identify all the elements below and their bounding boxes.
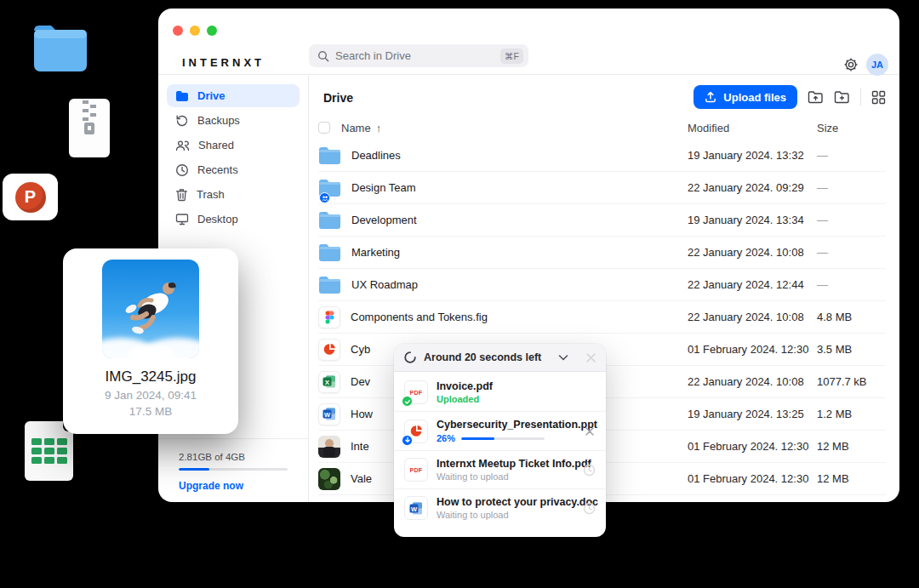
jumping-person-illustration [102, 260, 199, 358]
upgrade-link[interactable]: Upgrade now [179, 480, 288, 492]
file-size: 12 MB [817, 440, 886, 453]
sidebar-item-label: Drive [197, 89, 225, 102]
sidebar-item-label: Desktop [197, 213, 238, 225]
folder-icon [318, 273, 341, 296]
waiting-clock-icon [583, 502, 596, 515]
file-size: — [817, 246, 886, 259]
upload-item-cybersecurity[interactable]: Cybersecurity_Presentation.ppt 26% [394, 411, 606, 450]
sidebar-item-desktop[interactable]: Desktop [167, 208, 300, 231]
file-name: Design Team [351, 181, 416, 194]
powerpoint-file-icon[interactable]: P [3, 174, 58, 220]
word-file-icon: W [404, 496, 428, 520]
sidebar-item-label: Shared [198, 139, 234, 151]
page-title: Drive [323, 91, 353, 105]
chevron-down-icon[interactable] [557, 351, 570, 364]
column-header-size[interactable]: Size [817, 122, 886, 134]
preview-size: 17.5 MB [63, 405, 238, 418]
folder-plus-icon [834, 90, 850, 104]
table-row[interactable]: Components and Tokens.fig 22 January 202… [318, 301, 886, 334]
upload-time-remaining: Around 20 seconds left [424, 351, 549, 363]
search-icon [317, 50, 329, 62]
search-placeholder: Search in Drive [335, 49, 494, 62]
column-header-name[interactable]: Name ↑ [341, 122, 688, 134]
upload-file-name: Invoice.pdf [437, 380, 596, 392]
table-row[interactable]: Deadlines 19 January 2024. 13:32 — [318, 140, 886, 172]
svg-text:X: X [325, 379, 330, 386]
upload-item-meetup-ticket[interactable]: PDF Internxt Meetup Ticket Info.pdf Wait… [394, 450, 606, 488]
sidebar-item-recents[interactable]: Recents [167, 158, 300, 181]
sidebar-item-backups[interactable]: Backups [167, 109, 300, 132]
close-window-button[interactable] [173, 26, 183, 36]
minimize-window-button[interactable] [190, 26, 200, 36]
table-row[interactable]: Marketing 22 January 2024. 10:08 — [318, 237, 886, 269]
photo-thumbnail-person [318, 436, 340, 458]
file-modified: 22 January 2024. 09:29 [688, 181, 817, 194]
file-name: UX Roadmap [351, 278, 418, 291]
pdf-file-icon: PDF [404, 458, 428, 482]
powerpoint-logo-icon: P [15, 182, 46, 213]
sidebar-item-drive[interactable]: Drive [167, 84, 300, 107]
file-name: How [351, 408, 373, 420]
close-popup-icon[interactable] [585, 351, 597, 364]
desktop-monitor-icon [175, 213, 189, 225]
shared-badge-icon [319, 192, 330, 203]
search-input[interactable]: Search in Drive ⌘F [309, 44, 528, 67]
file-name: Dev [351, 375, 370, 388]
search-shortcut-badge: ⌘F [500, 49, 523, 64]
upload-file-name: Internxt Meetup Ticket Info.pdf [437, 458, 574, 470]
upload-file-name: Cybersecurity_Presentation.ppt [437, 419, 575, 431]
upload-popup-header: Around 20 seconds left [394, 344, 606, 372]
avatar[interactable]: JA [866, 54, 888, 76]
zoom-window-button[interactable] [207, 26, 217, 36]
traffic-lights [173, 26, 217, 36]
storage-panel: 2.81GB of 4GB Upgrade now [158, 438, 308, 492]
file-modified: 22 January 2024. 10:08 [688, 246, 817, 259]
figma-file-icon [318, 306, 340, 328]
select-all-checkbox[interactable] [318, 122, 330, 134]
shared-users-icon [175, 140, 190, 151]
file-size: 12 MB [817, 472, 886, 485]
table-row[interactable]: Design Team 22 January 2024. 09:29 — [318, 172, 886, 204]
trash-icon [175, 188, 188, 202]
spreadsheet-file-icon[interactable] [25, 421, 73, 481]
gear-icon [843, 57, 859, 72]
excel-file-icon: X [318, 371, 340, 393]
sidebar-item-shared[interactable]: Shared [167, 134, 300, 157]
sidebar-item-label: Backups [197, 114, 240, 127]
column-header-modified[interactable]: Modified [688, 122, 817, 134]
pie-chart-file-icon [318, 339, 340, 361]
file-modified: 22 January 2024. 10:08 [688, 375, 817, 388]
settings-button[interactable] [841, 54, 861, 75]
file-name: Development [351, 214, 417, 226]
upload-item-privacy-doc[interactable]: W How to protect your privacy.doc Waitin… [394, 488, 606, 527]
new-folder-button[interactable] [834, 90, 850, 104]
spinner-icon [404, 351, 416, 363]
file-modified: 22 January 2024. 12:44 [688, 278, 817, 291]
file-name: Components and Tokens.fig [351, 311, 488, 323]
file-size: — [817, 214, 886, 226]
spreadsheet-grid-icon [31, 438, 67, 464]
uploading-arrow-icon [402, 435, 413, 446]
photo-thumbnail [102, 260, 199, 358]
upload-files-button[interactable]: Upload files [694, 85, 797, 109]
cancel-upload-icon[interactable] [584, 425, 596, 437]
desktop-folder-icon[interactable] [31, 22, 90, 78]
table-row[interactable]: Development 19 January 2024. 13:34 — [318, 204, 886, 237]
table-row[interactable]: UX Roadmap 22 January 2024. 12:44 — [318, 269, 886, 301]
grid-view-button[interactable] [871, 90, 886, 105]
file-modified: 22 January 2024. 10:08 [688, 311, 817, 323]
svg-text:W: W [411, 505, 418, 512]
file-size: — [817, 278, 886, 291]
image-preview-card[interactable]: IMG_3245.jpg 9 Jan 2024, 09:41 17.5 MB [63, 248, 238, 434]
table-header: Name ↑ Modified Size [318, 116, 886, 140]
upload-item-invoice[interactable]: PDF Invoice.pdf Uploaded [394, 374, 606, 411]
zip-file-icon[interactable] [69, 99, 110, 157]
desktop-background: P IMG_3245.jpg 9 Jan 2024, 09:41 17.5 [0, 0, 919, 588]
folder-icon [318, 241, 341, 264]
sidebar-item-trash[interactable]: Trash [167, 183, 300, 206]
upload-folder-button[interactable] [808, 90, 824, 104]
file-modified: 01 February 2024. 12:30 [688, 472, 817, 485]
upload-icon [705, 91, 716, 103]
sort-arrow-icon: ↑ [376, 122, 382, 134]
backup-restore-icon [175, 114, 189, 128]
